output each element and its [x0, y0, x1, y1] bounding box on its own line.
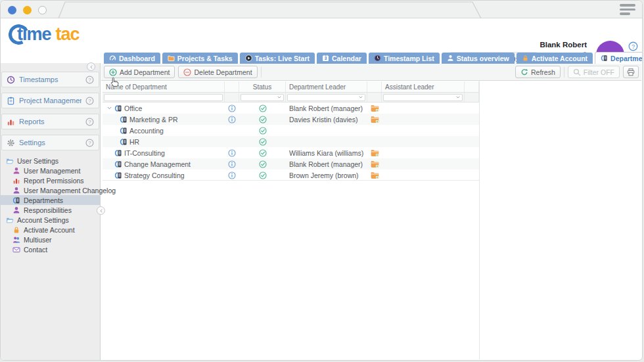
help-icon[interactable]	[85, 139, 94, 147]
column-header-end	[465, 81, 479, 92]
tab-tasks-live-start[interactable]: Tasks: Live Start	[240, 53, 315, 64]
sidebar-section-project-management[interactable]: Project Management	[1, 93, 99, 108]
status-active-icon	[259, 138, 267, 146]
people-icon	[12, 236, 20, 244]
sidebar-item-report-permissions[interactable]: Report Permissions	[1, 175, 100, 185]
hamburger-menu-icon[interactable]	[620, 4, 635, 17]
person-icon	[12, 206, 20, 214]
status-active-icon	[259, 127, 267, 135]
print-button[interactable]	[623, 66, 639, 78]
status-active-icon	[259, 104, 267, 112]
department-icon	[114, 171, 122, 179]
lock-icon	[12, 226, 20, 234]
chevron-down-icon	[358, 95, 363, 100]
department-icon	[114, 160, 122, 168]
info-icon[interactable]	[228, 104, 236, 112]
table-row-hr[interactable]: HR	[103, 136, 479, 147]
filter-off-button[interactable]: Filter OFF	[568, 66, 620, 78]
refresh-icon	[520, 68, 528, 76]
sidebar-item-account-settings[interactable]: Account Settings	[1, 215, 100, 225]
browser-tab-outline	[1, 1, 643, 18]
clipboard-icon	[7, 97, 15, 105]
info-icon[interactable]	[228, 149, 236, 157]
table-row-office[interactable]: Office Blank Robert (manager)	[103, 102, 479, 114]
main-tab-bar: Dashboard Projects & Tasks Tasks: Live S…	[104, 53, 643, 64]
sidebar-section-reports[interactable]: Reports	[1, 114, 99, 129]
chevron-down-icon	[455, 95, 461, 100]
table-row-change-management[interactable]: Change Management Blank Robert (manager)	[103, 158, 479, 170]
tab-departments[interactable]: Departments ✕	[595, 52, 643, 64]
table-row-strategy-consulting[interactable]: Strategy Consulting Brown Jeremy (brown)	[103, 170, 479, 181]
tab-status-overview[interactable]: Status overview	[442, 53, 515, 64]
folder-link-icon[interactable]	[371, 171, 379, 179]
sidebar-item-user-settings[interactable]: User Settings	[1, 156, 100, 166]
help-icon[interactable]	[85, 118, 94, 126]
folder-link-icon[interactable]	[371, 160, 379, 168]
envelope-icon	[12, 246, 20, 254]
tab-projects-tasks[interactable]: Projects & Tasks	[162, 53, 238, 64]
column-header-assistant[interactable]: Assistant Leader	[382, 81, 465, 92]
tab-dashboard[interactable]: Dashboard	[104, 53, 160, 64]
status-active-icon	[259, 171, 267, 179]
sidebar-item-user-management-changelog[interactable]: User Management Changelog	[1, 185, 100, 195]
settings-submenu: User Settings User Management Report Per…	[1, 156, 100, 254]
sidebar-item-responsibilities[interactable]: Responsibilities	[1, 205, 100, 215]
clock-icon	[374, 55, 381, 62]
folder-link-icon[interactable]	[371, 104, 379, 112]
info-icon[interactable]	[228, 160, 236, 168]
status-active-icon	[259, 116, 267, 124]
sidebar-section-settings[interactable]: Settings	[1, 135, 99, 150]
column-header-leader-folder[interactable]	[367, 81, 382, 92]
printer-icon	[627, 68, 635, 76]
chevron-down-icon	[277, 95, 282, 100]
help-icon[interactable]	[85, 76, 94, 84]
tab-timestamp-list[interactable]: Timestamp List	[369, 53, 440, 64]
sidebar-item-activate-account[interactable]: Activate Account	[1, 225, 100, 235]
grid-right-border	[479, 81, 480, 359]
filter-status-select[interactable]	[241, 94, 284, 101]
table-row-marketing-pr[interactable]: Marketing & PR Davies Kristin (davies)	[103, 114, 479, 125]
grid-toolbar: Add Department Delete Department Refresh…	[101, 64, 641, 81]
minus-circle-icon	[183, 68, 191, 76]
info-icon[interactable]	[228, 116, 236, 124]
table-row-it-consulting[interactable]: IT-Consulting Williams Kiara (williams)	[103, 147, 479, 158]
column-header-leader[interactable]: Department Leader	[286, 81, 367, 92]
grid-filter-row	[103, 93, 479, 102]
help-icon[interactable]	[628, 41, 638, 51]
sidebar-section-timestamps[interactable]: Timestamps	[1, 72, 99, 87]
folder-open-icon	[6, 157, 14, 165]
info-icon[interactable]	[228, 171, 236, 179]
calendar-icon	[322, 55, 329, 62]
column-header-status[interactable]: Status	[239, 81, 286, 92]
expand-collapse-icon[interactable]	[106, 105, 112, 111]
folder-link-icon[interactable]	[371, 148, 379, 157]
chevron-left-icon	[99, 208, 104, 214]
sidebar-item-user-management[interactable]: User Management	[1, 166, 100, 175]
sidebar-splitter-handle[interactable]	[97, 206, 105, 215]
refresh-button[interactable]: Refresh	[515, 66, 561, 78]
tab-activate-account[interactable]: Activate Account	[517, 53, 593, 64]
tab-calendar[interactable]: Calendar	[317, 53, 367, 64]
help-icon[interactable]	[85, 97, 94, 105]
sidebar-item-multiuser[interactable]: Multiuser	[1, 235, 100, 244]
sidebar-item-contact[interactable]: Contact	[1, 244, 100, 254]
grid-header-row: Name of Department Status Department Lea…	[103, 81, 479, 93]
gear-icon	[7, 139, 15, 147]
delete-department-button[interactable]: Delete Department	[178, 66, 257, 78]
bar-chart-icon	[12, 177, 20, 185]
column-header-info[interactable]	[225, 81, 239, 92]
department-icon	[601, 55, 608, 62]
app-window: time tac Blank Robert BR No timestamp ru…	[0, 0, 643, 361]
filter-leader-select[interactable]	[287, 94, 365, 101]
department-icon	[120, 127, 127, 135]
department-icon	[114, 104, 122, 112]
folder-open-icon	[6, 216, 14, 224]
clock-icon	[7, 76, 15, 84]
sidebar-item-departments[interactable]: Departments	[1, 195, 100, 205]
filter-assistant-select[interactable]	[383, 94, 463, 101]
table-row-accounting[interactable]: Accounting	[103, 125, 479, 136]
folder-link-icon[interactable]	[371, 115, 379, 124]
filter-name-input[interactable]	[104, 94, 223, 101]
sidebar-collapse-button[interactable]	[87, 62, 95, 71]
department-icon	[120, 138, 127, 146]
